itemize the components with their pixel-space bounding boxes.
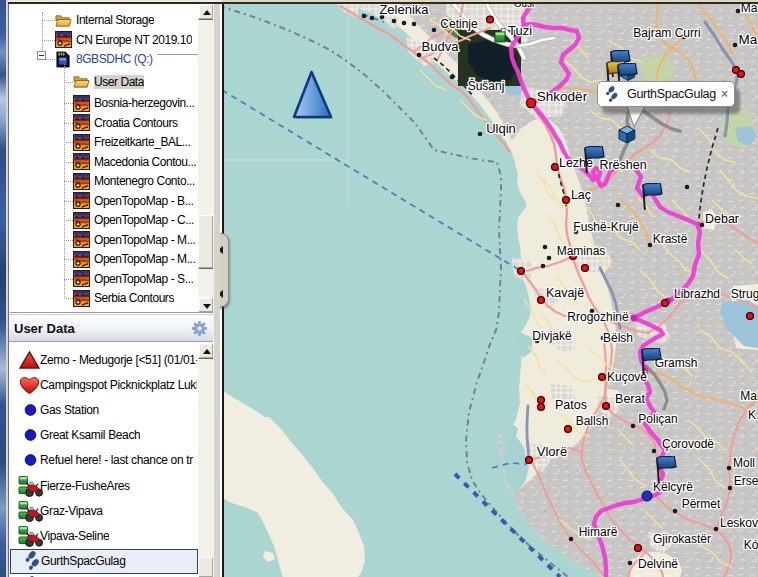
tree-item-label: OpenTopoMap - M...: [94, 252, 195, 266]
tooltip-close-button[interactable]: ×: [721, 87, 728, 101]
list-item-fierze-fusheares[interactable]: Fierze-FusheAres: [10, 473, 198, 498]
arrow-down-icon: [203, 304, 211, 309]
city-dot: [552, 164, 559, 171]
town-dot: [392, 19, 397, 24]
place-label-p-rmet: Përmet: [682, 497, 721, 511]
town-dot: [628, 561, 633, 566]
mapset-icon: [73, 251, 90, 268]
folder-icon: [55, 12, 72, 29]
tree-item-label: User Data: [94, 75, 144, 89]
tree-item-opentopomap-b-[interactable]: OpenTopoMap - B...: [10, 191, 196, 211]
tree-connector: [42, 40, 55, 41]
folder-icon: [73, 73, 90, 90]
list-scrollbar[interactable]: [198, 343, 214, 577]
tree-item-opentopomap-c-[interactable]: OpenTopoMap - C...: [10, 210, 196, 230]
user-data-list-panel: Zemo - Medugorje [<51] (01/01-Campingspo…: [10, 343, 214, 577]
place-label-poli-an: Poliçan: [638, 412, 677, 426]
place-label-kavaj-: Kavajë: [546, 286, 584, 300]
town-dot: [543, 245, 548, 250]
place-label-erse: Erse: [734, 474, 758, 488]
tree-item-bosnia-herzegovin-[interactable]: Bosnia-herzegovin...: [10, 93, 196, 113]
place-label-shkod-r: Shkodër: [537, 89, 588, 104]
scrollbar-thumb[interactable]: [198, 557, 214, 577]
list-item-label: Great Ksamil Beach: [40, 428, 140, 442]
tree-connector: [42, 12, 43, 56]
panel-splitter[interactable]: [213, 4, 220, 577]
tree-item-serbia-contours[interactable]: Serbia Contours: [10, 288, 196, 308]
city-dot: [538, 397, 545, 404]
tree-item-cn-europe-nt-2019-10[interactable]: CN Europe NT 2019.10: [10, 30, 196, 50]
tree-item-montenegro-conto-[interactable]: Montenegro Conto...: [10, 171, 196, 191]
tree-item-label: OpenTopoMap - B...: [94, 194, 193, 208]
tree-item-opentopomap-s-[interactable]: OpenTopoMap - S...: [10, 269, 196, 289]
city-dot: [565, 426, 572, 433]
place-label-ku-ov-: Kuçovë: [607, 370, 647, 384]
town-dot: [432, 28, 437, 33]
tree-item-label: OpenTopoMap - S...: [94, 272, 193, 286]
town-dot: [478, 132, 483, 137]
list-item-campingspot-picknickplatz-luki[interactable]: Campingspot Picknickplatz Luki: [10, 372, 198, 397]
list-item-gas-station[interactable]: Gas Station: [10, 397, 198, 422]
place-label-tuzi: Tuzi: [508, 23, 532, 38]
tree-item-macedonia-contou-[interactable]: Macedonia Contou...: [10, 152, 196, 172]
place-label-budva: Budva: [422, 39, 460, 54]
scrollbar-thumb[interactable]: [198, 215, 214, 269]
background-panel-edge: [0, 0, 8, 577]
place-label-ballsh: Ballsh: [576, 414, 609, 428]
tree-scrollbar[interactable]: [198, 4, 214, 313]
place-label-vlor-: Vlorë: [537, 444, 567, 459]
town-dot: [616, 203, 621, 208]
tree-connector: [64, 142, 73, 143]
place-label-b-lsh: Bëlsh: [603, 331, 633, 345]
scroll-down-button[interactable]: [198, 297, 214, 313]
tree-item-label: Freizeitkarte_BAL...: [94, 135, 190, 149]
tree-item-label: CN Europe NT 2019.10: [76, 33, 192, 47]
gear-icon[interactable]: [191, 320, 208, 337]
city-dot: [599, 374, 606, 381]
city-dot: [635, 545, 642, 552]
place-label-fush-kruj-: Fushë-Krujë: [573, 220, 639, 234]
tree-collapse-button[interactable]: [37, 51, 46, 60]
footprints-icon: [22, 551, 42, 571]
scroll-up-button[interactable]: [198, 4, 214, 20]
place-label-krast-: Krastë: [653, 232, 688, 246]
town-dot: [648, 243, 653, 248]
town-dot: [714, 527, 719, 532]
place-label-librazhd: Librazhd: [674, 287, 720, 301]
tree-item-croatia-contours[interactable]: Croatia Contours: [10, 113, 196, 133]
town-dot: [547, 256, 552, 261]
list-item-refuel-here-last-chance-on-tr[interactable]: Refuel here! - last chance on tr: [10, 448, 198, 473]
list-item-gurthspacgulag[interactable]: GurthSpacGulag: [10, 549, 198, 574]
city-dot: [538, 404, 545, 411]
tree-item-internal-storage[interactable]: Internal Storage: [10, 10, 196, 30]
list-item-great-ksamil-beach[interactable]: Great Ksamil Beach: [10, 423, 198, 448]
town-dot: [736, 9, 741, 14]
tooltip-label: GurthSpacGulag: [627, 87, 716, 101]
user-data-title: User Data: [14, 321, 75, 336]
mapset-icon: [73, 290, 90, 307]
place-label-k: K: [748, 408, 756, 422]
town-dot: [541, 264, 546, 269]
map-marker-dot[interactable]: [642, 491, 652, 501]
mapset-icon: [73, 134, 90, 151]
tree-drag-indicator: [157, 54, 198, 55]
tree-item-user-data[interactable]: User Data: [10, 72, 196, 92]
scroll-up-button[interactable]: [198, 343, 214, 359]
place-label-himar-: Himarë: [579, 525, 618, 539]
place-label-bajram-curri: Bajram Curri: [633, 26, 700, 40]
user-data-header: User Data: [9, 314, 214, 342]
tree-item-opentopomap-m-[interactable]: OpenTopoMap - M...: [10, 249, 196, 269]
list-item-vipava-seline[interactable]: Vipava-Seline: [10, 523, 198, 548]
list-item-graz-vipava[interactable]: Graz-Vipava: [10, 498, 198, 523]
tree-item-label: Bosnia-herzegovin...: [94, 96, 194, 110]
tree-item-freizeitkarte-bal-[interactable]: Freizeitkarte_BAL...: [10, 132, 196, 152]
waypoint-tooltip[interactable]: GurthSpacGulag ×: [597, 81, 735, 107]
tree-item-opentopomap-m-[interactable]: OpenTopoMap - M...: [10, 230, 196, 250]
mapset-icon: [73, 231, 90, 248]
list-item-zemo-medugorje-51-01-01-[interactable]: Zemo - Medugorje [<51] (01/01-: [10, 347, 198, 372]
place-label--u-anj: Šušanj: [468, 78, 505, 93]
footprints-icon: [603, 86, 620, 103]
town-dot: [728, 486, 733, 491]
mapset-icon: [73, 173, 90, 190]
list-item-label: Gas Station: [40, 403, 99, 417]
